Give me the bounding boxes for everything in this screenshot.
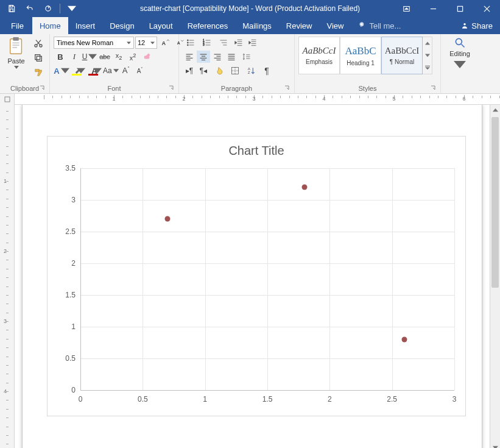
subscript-button[interactable]: x2 (112, 51, 125, 63)
sort-button[interactable]: AZ (244, 65, 259, 77)
style--normal[interactable]: AaBbCcI¶ Normal (381, 37, 423, 74)
editing-button[interactable]: Editing (446, 37, 473, 71)
increase-indent-button[interactable] (246, 37, 259, 49)
show-marks-button[interactable]: ¶ (260, 65, 273, 77)
svg-text:A: A (161, 40, 166, 46)
cut-button[interactable] (31, 37, 46, 50)
paste-button[interactable]: Paste (4, 37, 29, 69)
paragraph-launcher[interactable] (283, 85, 290, 92)
ribbon-tabs: File Home Insert Design Layout Reference… (0, 17, 500, 34)
ribbon-display-options[interactable] (393, 0, 420, 17)
strikethrough-button[interactable]: abc (98, 51, 111, 63)
chart-title: Chart Title (48, 137, 465, 162)
minimize-button[interactable] (420, 0, 446, 17)
scroll-up-button[interactable] (490, 105, 500, 115)
svg-rect-10 (10, 39, 21, 54)
vertical-scroll-thumb[interactable] (491, 117, 499, 288)
maximize-button[interactable] (446, 0, 473, 17)
vertical-ruler[interactable]: 12345 (0, 105, 15, 448)
borders-button[interactable] (227, 65, 243, 77)
highlight-button[interactable] (70, 65, 86, 77)
data-point[interactable] (302, 185, 308, 190)
copy-button[interactable] (31, 51, 46, 65)
tab-references[interactable]: References (180, 17, 235, 34)
style-heading-1[interactable]: AaBbCHeading 1 (340, 37, 381, 74)
tab-view[interactable]: View (319, 17, 351, 34)
chart-plot-area: 00.511.522.533.500.511.522.53 (80, 168, 454, 390)
group-clipboard: Paste Clipboard (0, 34, 50, 93)
grow-font-button[interactable]: A (158, 37, 172, 49)
shrink-font-alt-button[interactable]: A˅ (133, 65, 147, 77)
svg-rect-18 (35, 55, 40, 60)
group-styles: AaBbCcIEmphasisAaBbCHeading 1AaBbCcI¶ No… (295, 34, 441, 93)
grow-font-alt-button[interactable]: A˄ (119, 65, 133, 77)
decrease-indent-button[interactable] (232, 37, 245, 49)
svg-rect-5 (457, 6, 462, 11)
styles-expand[interactable] (423, 62, 432, 74)
font-launcher[interactable] (167, 85, 175, 92)
tab-layout[interactable]: Layout (142, 17, 180, 34)
font-size-select[interactable]: 12 (135, 37, 157, 49)
shading-button[interactable] (211, 65, 227, 77)
document-area: 12345 Chart Title 00.511.522.533.500.511… (0, 105, 500, 448)
styles-scroll-down[interactable] (423, 49, 432, 62)
rtl-direction-button[interactable]: ¶◂ (197, 65, 210, 77)
svg-rect-64 (232, 68, 239, 74)
data-point[interactable] (402, 336, 407, 342)
font-color-button[interactable]: A (86, 65, 102, 77)
data-point[interactable] (165, 216, 171, 222)
close-button[interactable] (473, 0, 500, 17)
underline-button[interactable]: U (82, 51, 97, 63)
tab-review[interactable]: Review (279, 17, 320, 34)
tab-mailings[interactable]: Mailings (235, 17, 279, 34)
numbering-button[interactable]: 123 (199, 37, 215, 49)
chart[interactable]: Chart Title 00.511.522.533.500.511.522.5… (47, 136, 466, 416)
justify-button[interactable] (225, 51, 238, 63)
svg-rect-1 (10, 9, 13, 12)
svg-rect-72 (5, 97, 10, 102)
quick-access-toolbar (0, 2, 83, 15)
italic-button[interactable]: I (68, 51, 81, 63)
superscript-button[interactable]: x2 (126, 51, 139, 63)
document-viewport[interactable]: Chart Title 00.511.522.533.500.511.522.5… (15, 105, 490, 448)
group-paragraph: 123 ▸¶ ¶◂ AZ ¶ (179, 34, 295, 93)
qat-customize[interactable] (64, 2, 80, 15)
horizontal-ruler[interactable]: 1234567 (0, 94, 500, 105)
line-spacing-button[interactable] (239, 51, 255, 63)
style-emphasis[interactable]: AaBbCcIEmphasis (298, 37, 340, 74)
align-right-button[interactable] (211, 51, 224, 63)
save-button[interactable] (4, 2, 19, 15)
multilevel-list-button[interactable] (216, 37, 231, 49)
redo-button[interactable] (40, 2, 56, 15)
group-font: Times New Roman 12 A A B I U abc x2 x2 A (50, 34, 179, 93)
tab-home[interactable]: Home (32, 17, 68, 34)
tell-me[interactable]: Tell me... (351, 17, 408, 34)
svg-text:Z: Z (248, 70, 250, 74)
vertical-scrollbar[interactable] (490, 105, 500, 448)
clear-formatting-button[interactable] (140, 51, 153, 63)
svg-point-2 (46, 6, 51, 11)
bold-button[interactable]: B (54, 51, 67, 63)
change-case-button[interactable]: Aa (103, 65, 119, 77)
svg-rect-14 (12, 47, 17, 48)
bullets-button[interactable] (183, 37, 199, 49)
scroll-down-button[interactable] (490, 443, 500, 448)
align-left-button[interactable] (183, 51, 196, 63)
align-center-button[interactable] (197, 51, 210, 63)
styles-launcher[interactable] (429, 85, 437, 92)
tab-file[interactable]: File (2, 17, 32, 34)
styles-scroll-up[interactable] (423, 37, 432, 49)
ltr-direction-button[interactable]: ▸¶ (183, 65, 196, 77)
text-effects-button[interactable]: A (54, 65, 69, 77)
tab-design[interactable]: Design (102, 17, 141, 34)
format-painter-button[interactable] (31, 66, 46, 79)
tab-insert[interactable]: Insert (68, 17, 103, 34)
svg-rect-12 (12, 42, 19, 43)
share-button[interactable]: Share (453, 17, 500, 34)
ruler-corner[interactable] (0, 94, 15, 105)
font-name-select[interactable]: Times New Roman (54, 37, 134, 49)
clipboard-launcher[interactable] (38, 85, 46, 92)
svg-point-26 (187, 44, 188, 46)
undo-button[interactable] (22, 2, 38, 15)
title-bar: scatter-chart [Compatibility Mode] - Wor… (0, 0, 500, 17)
